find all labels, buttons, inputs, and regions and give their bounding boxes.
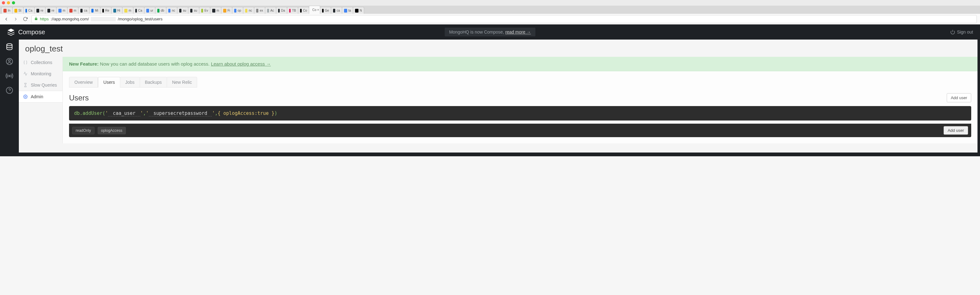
favicon	[179, 9, 181, 13]
browser-tab-label: Re	[105, 9, 109, 12]
browser-tab[interactable]: nc	[166, 7, 177, 14]
rail-databases-icon[interactable]	[5, 43, 14, 51]
browser-tab[interactable]: Re	[100, 7, 111, 14]
browser-tab[interactable]: Mi	[89, 7, 100, 14]
alert-link[interactable]: Learn about oplog access →	[211, 61, 271, 67]
browser-toolbar: https://app.mongohq.com//mongo/oplog_tes…	[0, 14, 980, 24]
code-call: db.addUser(	[74, 111, 105, 116]
browser-tab[interactable]: TB	[287, 7, 298, 14]
zoom-window-icon[interactable]	[12, 1, 15, 5]
browser-tab[interactable]: m	[122, 7, 134, 14]
browser-tab[interactable]: db	[155, 7, 166, 14]
tab-new-relic[interactable]: New Relic	[167, 77, 197, 87]
reload-button[interactable]	[22, 16, 28, 22]
browser-tab[interactable]: op	[232, 7, 243, 14]
browser-tab-label: TB	[292, 9, 296, 12]
sidebar-item-admin[interactable]: Admin	[19, 91, 62, 103]
announcement-link[interactable]: read more →	[505, 30, 531, 35]
svg-point-1	[6, 44, 12, 46]
code-comma: ,	[215, 111, 218, 116]
favicon	[80, 9, 83, 13]
browser-tab-strip: InStCareremmcaMiReHimCaurdbncsusuEvmFiop…	[0, 6, 980, 14]
browser-tab[interactable]: St	[12, 7, 24, 14]
close-window-icon[interactable]	[2, 1, 5, 5]
browser-tab[interactable]: Ac	[265, 7, 276, 14]
browser-tab[interactable]: ur	[144, 7, 155, 14]
browser-tab[interactable]: ta	[342, 7, 353, 14]
minimize-window-icon[interactable]	[7, 1, 10, 5]
hourglass-icon	[23, 83, 28, 87]
oplogaccess-toggle[interactable]: oplogAccess	[98, 127, 126, 134]
browser-tab[interactable]: Hi	[111, 7, 123, 14]
favicon	[355, 9, 358, 13]
readonly-toggle[interactable]: readOnly	[72, 127, 94, 134]
sign-out-label: Sign out	[957, 30, 973, 35]
browser-tab[interactable]: nc	[243, 7, 254, 14]
rail-broadcast-icon[interactable]	[5, 71, 14, 80]
add-user-button-bottom[interactable]: Add user	[943, 126, 968, 135]
url-path: /mongo/oplog_test/users	[118, 17, 162, 21]
sidebar-item-collections[interactable]: Collections	[19, 57, 62, 68]
tab-users[interactable]: Users	[98, 77, 120, 87]
favicon	[37, 9, 39, 13]
sidebar-item-monitoring[interactable]: Monitoring	[19, 68, 62, 79]
browser-tab-label: ur	[150, 9, 153, 12]
browser-tab[interactable]: m	[67, 7, 78, 14]
brand[interactable]: Compose	[7, 28, 45, 36]
browser-tab[interactable]: Da	[276, 7, 287, 14]
browser-tab-label: Ca	[138, 9, 142, 12]
browser-tab-label: Hi	[118, 9, 120, 12]
favicon	[91, 9, 94, 13]
favicon	[157, 9, 159, 13]
browser-tab[interactable]: su	[188, 7, 199, 14]
favicon	[223, 9, 226, 13]
browser-tab[interactable]: ca	[78, 7, 89, 14]
sign-out-link[interactable]: Sign out	[950, 30, 973, 35]
browser-tab[interactable]: Ge	[320, 7, 331, 14]
browser-tab[interactable]: Ca	[133, 7, 145, 14]
code-username-input[interactable]: caa_user	[108, 111, 140, 116]
browser-tab[interactable]: re	[34, 7, 46, 14]
sidebar-item-slow-queries[interactable]: Slow Queries	[19, 79, 62, 91]
browser-tab[interactable]: Ca	[23, 7, 35, 14]
browser-tab[interactable]: ex	[254, 7, 265, 14]
forward-button[interactable]	[13, 16, 19, 22]
browser-tab[interactable]: su	[177, 7, 188, 14]
tab-jobs[interactable]: Jobs	[120, 77, 140, 87]
sidebar: Collections Monitoring Slow Queries	[19, 57, 63, 143]
browser-tab[interactable]: N	[353, 7, 364, 14]
browser-tab[interactable]: re	[45, 7, 57, 14]
code-password-input[interactable]: supersecretpassword	[149, 111, 212, 116]
favicon	[113, 9, 116, 13]
browser-tab-label: Co	[303, 9, 307, 12]
address-bar[interactable]: https://app.mongohq.com//mongo/oplog_tes…	[32, 15, 977, 23]
rail-help-icon[interactable]	[5, 86, 14, 95]
favicon	[48, 9, 50, 13]
url-host: ://app.mongohq.com/	[51, 17, 89, 21]
favicon	[278, 9, 280, 13]
browser-tab[interactable]: m	[56, 7, 67, 14]
favicon	[234, 9, 236, 13]
browser-tab[interactable]: In	[1, 7, 13, 14]
favicon	[14, 9, 17, 13]
sidebar-item-label: Slow Queries	[31, 82, 57, 87]
favicon	[168, 9, 170, 13]
feature-alert: New Feature: Now you can add database us…	[63, 57, 977, 71]
rail-account-icon[interactable]	[5, 57, 14, 66]
favicon	[69, 9, 73, 13]
back-button[interactable]	[3, 16, 10, 22]
browser-tab[interactable]: m	[210, 7, 221, 14]
favicon	[333, 9, 335, 13]
browser-tab[interactable]: Ev	[199, 7, 210, 14]
browser-tab[interactable]: Fi	[221, 7, 232, 14]
add-user-button-top[interactable]: Add user	[947, 93, 971, 102]
browser-tab[interactable]: Co	[298, 7, 309, 14]
favicon	[300, 9, 302, 13]
tab-backups[interactable]: Backups	[140, 77, 167, 87]
sidebar-item-label: Admin	[31, 94, 43, 99]
tab-overview[interactable]: Overview	[69, 77, 98, 87]
browser-tab-label: Fi	[228, 9, 230, 12]
options-row: readOnly oplogAccess Add user	[69, 124, 971, 137]
browser-tab[interactable]: Co ×	[309, 6, 320, 14]
browser-tab[interactable]: ca	[331, 7, 342, 14]
